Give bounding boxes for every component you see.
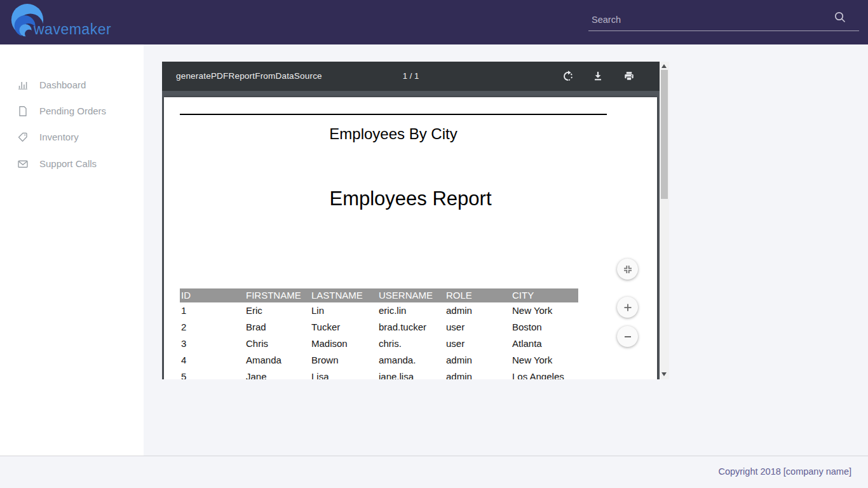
table-row: 1 Eric Lin eric.lin admin New York xyxy=(180,302,578,319)
scroll-up-arrow-icon[interactable] xyxy=(661,64,667,68)
zoom-in-button[interactable] xyxy=(617,297,638,318)
cell-firstname: Eric xyxy=(245,302,310,319)
left-sidebar: Dashboard Pending Orders Inventory Suppo… xyxy=(0,44,144,456)
scrollbar-thumb[interactable] xyxy=(661,70,668,199)
sidebar-item-support-calls[interactable]: Support Calls xyxy=(0,151,144,177)
scroll-down-arrow-icon[interactable] xyxy=(661,372,667,376)
cell-username: brad.tucker xyxy=(377,319,445,336)
fit-to-page-button[interactable] xyxy=(617,259,638,280)
column-header: LASTNAME xyxy=(310,288,377,302)
rotate-icon[interactable] xyxy=(562,71,574,82)
sidebar-item-pending-orders[interactable]: Pending Orders xyxy=(0,98,144,124)
cell-lastname: Tucker xyxy=(310,319,377,336)
cell-city: Los Angeles xyxy=(511,369,577,379)
pdf-viewer: generatePDFReportFromDataSource 1 / 1 xyxy=(162,62,669,379)
bar-chart-icon xyxy=(17,79,29,91)
pdf-document-title: generatePDFReportFromDataSource xyxy=(176,62,322,91)
sidebar-item-label: Inventory xyxy=(39,132,79,142)
search-input[interactable] xyxy=(588,11,836,28)
sidebar-item-dashboard[interactable]: Dashboard xyxy=(0,72,144,98)
cell-id: 1 xyxy=(180,302,245,319)
cell-role: admin xyxy=(445,302,511,319)
table-row: 2 Brad Tucker brad.tucker user Boston xyxy=(180,319,578,336)
cell-role: user xyxy=(445,319,511,336)
search-field-wrap xyxy=(588,9,859,31)
pdf-page: Employees By City Employees Report ID FI… xyxy=(164,97,657,379)
cell-username: chris. xyxy=(377,336,445,352)
pdf-toolbar: generatePDFReportFromDataSource 1 / 1 xyxy=(162,62,660,91)
sidebar-item-label: Pending Orders xyxy=(39,105,106,116)
cell-id: 2 xyxy=(180,319,245,336)
cell-role: admin xyxy=(445,369,511,379)
print-icon[interactable] xyxy=(623,71,635,82)
table-row: 3 Chris Madison chris. user Atlanta xyxy=(180,336,578,352)
report-divider-line xyxy=(180,114,607,115)
column-header: CITY xyxy=(511,288,577,302)
cell-id: 3 xyxy=(180,336,245,352)
employees-table: ID FIRSTNAME LASTNAME USERNAME ROLE CITY… xyxy=(180,288,578,379)
download-icon[interactable] xyxy=(592,71,604,82)
fit-icon xyxy=(622,264,634,275)
report-section-title: Employees By City xyxy=(180,125,607,143)
main-content: generatePDFReportFromDataSource 1 / 1 xyxy=(144,44,868,456)
cell-username: amanda. xyxy=(377,352,445,369)
brand-name: wavemaker xyxy=(34,21,111,38)
plus-icon xyxy=(622,302,634,313)
column-header: ID xyxy=(180,288,245,302)
cell-lastname: Lisa xyxy=(310,369,377,379)
cell-city: Atlanta xyxy=(511,336,577,352)
pdf-page-indicator: 1 / 1 xyxy=(403,62,419,91)
table-row: 5 Jane Lisa jane.lisa admin Los Angeles xyxy=(180,369,578,379)
cell-username: jane.lisa xyxy=(377,369,445,379)
cell-city: New York xyxy=(511,352,577,369)
cell-lastname: Lin xyxy=(310,302,377,319)
minus-icon xyxy=(622,331,634,342)
column-header: ROLE xyxy=(445,288,511,302)
cell-role: admin xyxy=(445,352,511,369)
column-header: FIRSTNAME xyxy=(245,288,310,302)
pdf-canvas-area[interactable]: Employees By City Employees Report ID FI… xyxy=(162,91,660,379)
document-icon xyxy=(17,105,29,117)
cell-username: eric.lin xyxy=(377,302,445,319)
cell-role: user xyxy=(445,336,511,352)
page-footer: Copyright 2018 [company name] xyxy=(0,456,868,488)
cell-id: 5 xyxy=(180,369,245,379)
sidebar-item-inventory[interactable]: Inventory xyxy=(0,124,144,150)
pdf-scrollbar[interactable] xyxy=(660,62,669,379)
cell-city: New York xyxy=(511,302,577,319)
cell-lastname: Madison xyxy=(310,336,377,352)
cell-firstname: Chris xyxy=(245,336,310,352)
cell-firstname: Brad xyxy=(245,319,310,336)
cell-firstname: Amanda xyxy=(245,352,310,369)
copyright-text: Copyright 2018 [company name] xyxy=(718,466,851,477)
cell-city: Boston xyxy=(511,319,577,336)
sidebar-item-label: Support Calls xyxy=(39,158,97,169)
column-header: USERNAME xyxy=(377,288,445,302)
table-header-row: ID FIRSTNAME LASTNAME USERNAME ROLE CITY xyxy=(180,288,578,302)
search-icon[interactable] xyxy=(834,11,846,24)
table-row: 4 Amanda Brown amanda. admin New York xyxy=(180,352,578,369)
zoom-out-button[interactable] xyxy=(617,326,638,347)
envelope-icon xyxy=(17,158,29,170)
cell-lastname: Brown xyxy=(310,352,377,369)
top-navbar: wavemaker xyxy=(0,0,868,44)
tag-icon xyxy=(17,132,29,143)
cell-firstname: Jane xyxy=(245,369,310,379)
report-heading: Employees Report xyxy=(164,187,657,210)
cell-id: 4 xyxy=(180,352,245,369)
sidebar-item-label: Dashboard xyxy=(39,79,86,90)
